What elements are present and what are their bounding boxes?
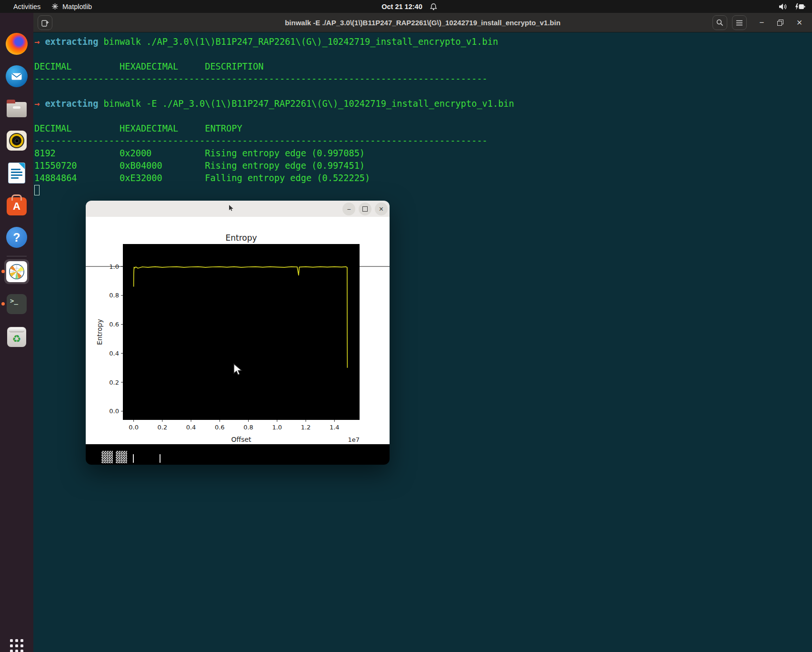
toolbar-separator (133, 454, 134, 463)
x-axis-label: Offset (231, 436, 251, 443)
y-tick-label: 0.6 (109, 321, 119, 328)
focused-app-menu[interactable]: Matplotlib (51, 0, 92, 13)
plot-toolbar (86, 444, 390, 465)
terminal-line (34, 184, 812, 197)
matplotlib-window: − × 0.00.20.40.60.81.01.21.40.00.20.40.6… (86, 201, 390, 465)
toolbar-nav-icon[interactable] (101, 451, 113, 463)
trash-icon: ♻ (7, 327, 26, 347)
libreoffice-writer-icon (9, 163, 25, 183)
thunderbird-icon (6, 65, 28, 87)
y-tick-label: 0.0 (109, 408, 119, 415)
desktop: Activities Matplotlib Oct 21 12:40 (0, 0, 812, 652)
minimize-button[interactable]: − (754, 15, 769, 30)
y-tick-label: 1.0 (109, 263, 119, 270)
dock-item-firefox[interactable] (5, 32, 28, 55)
dock-item-help[interactable]: ? (5, 226, 28, 249)
dock: A ? (0, 13, 33, 652)
x-tick-label: 0.6 (215, 424, 225, 431)
figure-svg: 0.00.20.40.60.81.01.21.40.00.20.40.60.81… (86, 217, 390, 444)
y-tick-label: 0.4 (109, 350, 119, 357)
terminal-line: DECIMAL HEXADECIMAL DESCRIPTION (34, 61, 812, 73)
dock-item-trash[interactable]: ♻ (5, 326, 28, 348)
terminal-line: ----------------------------------------… (34, 73, 812, 85)
minimize-icon: − (760, 18, 764, 28)
activities-label: Activities (13, 3, 40, 10)
plot-title: Entropy (225, 233, 257, 243)
x-tick-label: 1.0 (272, 424, 282, 431)
terminal-headerbar: binwalk -E ./AP_3.0\(1\)B11P247_RAP2261\… (33, 13, 812, 32)
terminal-cursor (34, 185, 40, 195)
ubuntu-software-icon: A (7, 197, 27, 215)
terminal-line: → extracting binwalk -E ./AP_3.0\(1\)B11… (34, 98, 812, 110)
terminal-line (34, 48, 812, 61)
terminal-line: DECIMAL HEXADECIMAL ENTROPY (34, 122, 812, 135)
y-tick-label: 0.2 (109, 379, 119, 386)
terminal-line: ----------------------------------------… (34, 135, 812, 147)
firefox-icon (6, 33, 28, 55)
plot-minimize-button[interactable]: − (342, 203, 355, 215)
figure-canvas[interactable]: 0.00.20.40.60.81.01.21.40.00.20.40.60.81… (86, 217, 390, 444)
close-icon: × (797, 17, 802, 28)
terminal-line: 14884864 0xE32000 Falling entropy edge (… (34, 172, 812, 184)
toolbar-nav-icon[interactable] (116, 451, 127, 463)
volume-icon (779, 3, 788, 10)
mouse-cursor (233, 363, 243, 376)
dock-item-show-apps[interactable] (5, 634, 28, 652)
dock-item-libreoffice-writer[interactable] (5, 162, 28, 184)
clock-menu[interactable]: Oct 21 12:40 (381, 0, 437, 13)
x-tick-label: 0.2 (157, 424, 167, 431)
restore-button[interactable] (773, 15, 788, 30)
files-icon (7, 102, 27, 117)
system-status-area[interactable] (779, 0, 805, 13)
terminal-line: 11550720 0xB04000 Rising entropy edge (0… (34, 160, 812, 172)
restore-icon (777, 20, 783, 26)
x-tick-label: 0.0 (129, 424, 139, 431)
matplotlib-icon (6, 261, 27, 282)
axes-area (123, 244, 360, 420)
terminal-running-indicator (1, 302, 5, 306)
terminal-line (34, 110, 812, 122)
x-tick-label: 1.4 (330, 424, 340, 431)
close-button[interactable]: × (792, 15, 807, 30)
search-button[interactable] (712, 15, 727, 30)
x-tick-label: 0.8 (243, 424, 253, 431)
plot-maximize-button[interactable] (359, 203, 371, 215)
activities-button[interactable]: Activities (10, 0, 43, 13)
show-apps-icon (10, 639, 23, 652)
help-icon: ? (6, 227, 27, 248)
terminal-line: 8192 0x2000 Rising entropy edge (0.99708… (34, 147, 812, 160)
busy-cursor-glyph (229, 205, 233, 212)
clock-label: Oct 21 12:40 (381, 3, 422, 10)
y-axis-label: Entropy (96, 319, 103, 345)
dock-item-thunderbird[interactable] (5, 65, 28, 88)
focused-app-label: Matplotlib (62, 3, 92, 10)
plot-close-icon: × (379, 205, 383, 214)
terminal-title: binwalk -E ./AP_3.0\(1\)B11P247_RAP2261\… (33, 13, 812, 32)
battery-charging-icon (795, 3, 805, 10)
matplotlib-titlebar[interactable]: − × (86, 201, 390, 217)
terminal-line (34, 85, 812, 98)
terminal-line: → extracting binwalk ./AP_3.0\(1\)B11P24… (34, 36, 812, 48)
plot-close-button[interactable]: × (375, 203, 388, 215)
rhythmbox-icon (7, 131, 27, 151)
matplotlib-running-indicator (1, 270, 5, 273)
offset-exponent-label: 1e7 (348, 436, 360, 443)
dock-item-files[interactable] (5, 97, 28, 120)
plot-minimize-icon: − (347, 205, 351, 213)
terminal-icon: >_ (7, 294, 27, 314)
dock-item-terminal[interactable]: >_ (5, 293, 28, 316)
toolbar-separator (160, 454, 160, 463)
menu-button[interactable] (732, 15, 747, 30)
top-bar: Activities Matplotlib Oct 21 12:40 (0, 0, 812, 13)
bell-icon (430, 3, 437, 10)
dock-item-rhythmbox[interactable] (5, 129, 28, 152)
dock-item-matplotlib[interactable] (5, 260, 28, 283)
x-tick-label: 1.2 (301, 424, 311, 431)
plot-maximize-icon (362, 206, 368, 212)
x-tick-label: 0.4 (186, 424, 196, 431)
dock-divider (7, 256, 27, 256)
dock-item-ubuntu-software[interactable]: A (5, 194, 28, 216)
search-icon (716, 19, 723, 26)
hamburger-icon (736, 20, 743, 26)
matplotlib-app-icon (51, 3, 59, 10)
